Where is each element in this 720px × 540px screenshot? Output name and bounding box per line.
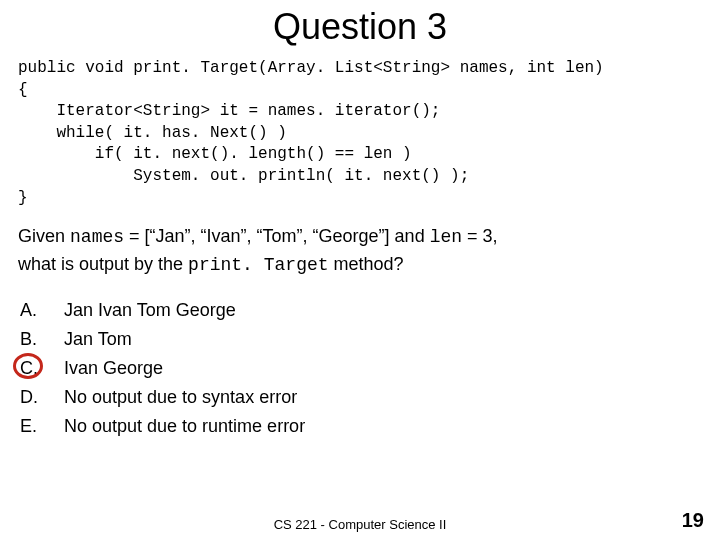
option-letter: C.	[18, 355, 46, 382]
option-letter: B.	[18, 326, 46, 353]
prompt-var-names: names	[70, 227, 124, 247]
option-letter: A.	[18, 297, 46, 324]
prompt-text: what is output by the	[18, 254, 188, 274]
option-a: A. Jan Ivan Tom George	[18, 297, 702, 324]
option-text: No output due to syntax error	[64, 384, 702, 411]
footer-text: CS 221 - Computer Science II	[0, 517, 720, 532]
option-text: Jan Tom	[64, 326, 702, 353]
option-text: Ivan George	[64, 355, 702, 382]
prompt-text: Given	[18, 226, 70, 246]
option-letter: E.	[18, 413, 46, 440]
question-prompt: Given names = [“Jan”, “Ivan”, “Tom”, “Ge…	[0, 223, 720, 279]
page-title: Question 3	[0, 0, 720, 58]
option-c: C. Ivan George	[18, 355, 702, 382]
option-letter: D.	[18, 384, 46, 411]
option-b: B. Jan Tom	[18, 326, 702, 353]
prompt-method: print. Target	[188, 255, 328, 275]
code-block: public void print. Target(Array. List<St…	[0, 58, 720, 209]
options-list: A. Jan Ivan Tom George B. Jan Tom C. Iva…	[0, 297, 720, 440]
prompt-text: = 3,	[462, 226, 498, 246]
prompt-var-len: len	[430, 227, 462, 247]
option-text: No output due to runtime error	[64, 413, 702, 440]
prompt-text: method?	[329, 254, 404, 274]
page-number: 19	[682, 509, 704, 532]
option-e: E. No output due to runtime error	[18, 413, 702, 440]
prompt-text: = [“Jan”, “Ivan”, “Tom”, “George”] and	[124, 226, 430, 246]
option-d: D. No output due to syntax error	[18, 384, 702, 411]
option-text: Jan Ivan Tom George	[64, 297, 702, 324]
